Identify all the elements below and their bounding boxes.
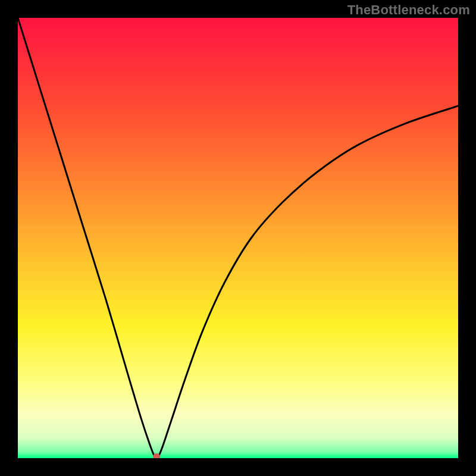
plot-area <box>18 18 458 458</box>
watermark-text: TheBottleneck.com <box>347 2 470 18</box>
chart-svg <box>18 18 458 458</box>
chart-frame: TheBottleneck.com <box>0 0 476 476</box>
gradient-background <box>18 18 458 458</box>
